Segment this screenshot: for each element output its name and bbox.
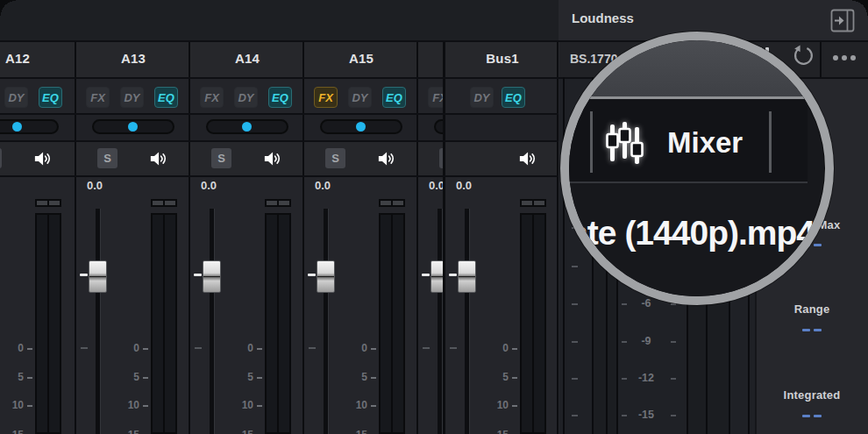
eq-button[interactable]: EQ xyxy=(39,87,62,108)
fader-scale-tick xyxy=(27,405,32,407)
mute-solo-row xyxy=(445,141,559,176)
fader-scale-label: 15 xyxy=(111,429,139,434)
readout-label-range: Range xyxy=(756,302,868,316)
fader-scale-label: 5 xyxy=(0,371,24,383)
fx-button[interactable]: FX xyxy=(314,87,338,108)
dy-button[interactable]: DY xyxy=(348,87,372,108)
fader-minor-tick xyxy=(81,347,88,349)
eq-button[interactable]: EQ xyxy=(382,87,406,108)
mixer-top-strip xyxy=(0,0,559,40)
fader-track[interactable] xyxy=(96,209,101,434)
pan-slider[interactable] xyxy=(0,119,59,134)
fx-button[interactable]: FX xyxy=(200,87,224,108)
reset-icon[interactable] xyxy=(792,45,815,68)
mute-solo-row: S xyxy=(76,141,190,176)
solo-button[interactable]: S xyxy=(0,148,2,168)
dy-button[interactable]: DY xyxy=(234,87,258,108)
readout-label-integrated: Integrated xyxy=(756,388,868,402)
pan-row xyxy=(76,114,190,141)
fader-track[interactable] xyxy=(465,209,470,434)
fx-button[interactable]: FX xyxy=(86,87,110,108)
level-meter xyxy=(265,213,291,434)
column-divider xyxy=(302,40,304,434)
dy-button[interactable]: DY xyxy=(120,87,144,108)
window-corner xyxy=(852,0,868,16)
fader-scale-label: 0 xyxy=(339,342,367,354)
eq-button[interactable]: EQ xyxy=(154,87,178,108)
fader-minor-tick xyxy=(309,347,316,349)
fader-track[interactable] xyxy=(324,209,329,434)
fader-minor-tick xyxy=(450,347,457,349)
level-meter-peak xyxy=(151,199,177,207)
mute-solo-row: S xyxy=(418,141,443,176)
fader-scale-label: 15 xyxy=(0,429,24,434)
track-header[interactable]: A13 xyxy=(76,40,190,77)
channel-clip: FXDYEQS0.005101520304050 xyxy=(418,40,443,434)
solo-button[interactable]: S xyxy=(325,148,345,168)
fader-cap[interactable] xyxy=(430,260,443,293)
fader-value: 0.0 xyxy=(429,179,443,192)
dy-button[interactable]: DY xyxy=(4,87,28,108)
fader-position-tick xyxy=(308,274,316,276)
level-meter-peak xyxy=(520,199,546,207)
row-divider xyxy=(0,140,559,142)
pan-dot xyxy=(128,122,138,132)
fader-cap[interactable] xyxy=(89,260,107,293)
fader-position-tick xyxy=(80,274,88,276)
level-meter-peak xyxy=(379,199,405,207)
fader-cap[interactable] xyxy=(317,260,335,293)
pan-slider[interactable] xyxy=(434,119,443,134)
track-header[interactable] xyxy=(418,40,443,77)
mute-speaker-icon[interactable] xyxy=(31,147,53,170)
mute-speaker-icon[interactable] xyxy=(374,147,397,170)
pan-dot xyxy=(356,122,366,132)
eq-button[interactable]: EQ xyxy=(502,87,525,108)
window-corner xyxy=(0,0,16,16)
fader-scale-tick xyxy=(512,377,517,379)
track-header[interactable]: A15 xyxy=(304,40,418,77)
mute-speaker-icon[interactable] xyxy=(146,147,169,170)
mute-solo-row: S xyxy=(0,141,75,176)
fader-scale-tick xyxy=(143,348,148,350)
magnified-clip-name: rate (1440p).mp4 xyxy=(560,214,815,253)
panel-collapse-icon[interactable] xyxy=(830,9,855,32)
fader-scale-label: 0 xyxy=(225,342,253,354)
panel-divider xyxy=(557,40,559,434)
fader-scale-label: 5 xyxy=(480,371,509,383)
fader-scale-label: 10 xyxy=(111,399,139,411)
pan-row xyxy=(0,114,75,141)
effects-button-row: FXDYEQ xyxy=(418,77,443,114)
dy-button[interactable]: DY xyxy=(470,87,494,108)
meter-edge xyxy=(563,77,565,434)
fader-cap[interactable] xyxy=(203,260,221,293)
effects-button-row: FXDYEQ xyxy=(190,77,304,114)
loudness-scale-label: -15 xyxy=(625,409,667,421)
pan-row xyxy=(445,114,559,141)
track-header[interactable]: Bus1 xyxy=(445,40,559,77)
mute-speaker-icon[interactable] xyxy=(516,147,538,170)
level-meter xyxy=(151,213,177,434)
toolbar-separator xyxy=(590,111,593,173)
solo-button[interactable]: S xyxy=(211,148,231,168)
fader-track[interactable] xyxy=(210,209,215,434)
fader-section: 0.005101520304050 xyxy=(76,176,190,434)
track-header[interactable]: A12 xyxy=(0,40,75,77)
loudness-scale-label: -12 xyxy=(625,372,667,384)
channel-strip-a12: A12FXDYEQS0.005101520304050 xyxy=(0,40,75,434)
fader-position-tick xyxy=(449,274,457,276)
fader-value: 0.0 xyxy=(456,179,472,192)
column-divider xyxy=(416,40,418,434)
channel-clip: A12FXDYEQS0.005101520304050 xyxy=(0,40,75,434)
fader-scale-tick xyxy=(512,405,517,407)
fader-section: 0.005101520304050 xyxy=(304,176,418,434)
fader-scale-label: 5 xyxy=(339,371,367,383)
pan-row xyxy=(190,114,304,141)
fader-section: 0.005101520304050 xyxy=(445,176,559,434)
solo-button[interactable]: S xyxy=(97,148,117,168)
fader-scale-label: 10 xyxy=(225,399,253,411)
mute-speaker-icon[interactable] xyxy=(260,147,283,170)
eq-button[interactable]: EQ xyxy=(268,87,292,108)
fx-button[interactable]: FX xyxy=(428,87,443,108)
fader-cap[interactable] xyxy=(458,260,476,293)
track-header[interactable]: A14 xyxy=(190,40,304,77)
